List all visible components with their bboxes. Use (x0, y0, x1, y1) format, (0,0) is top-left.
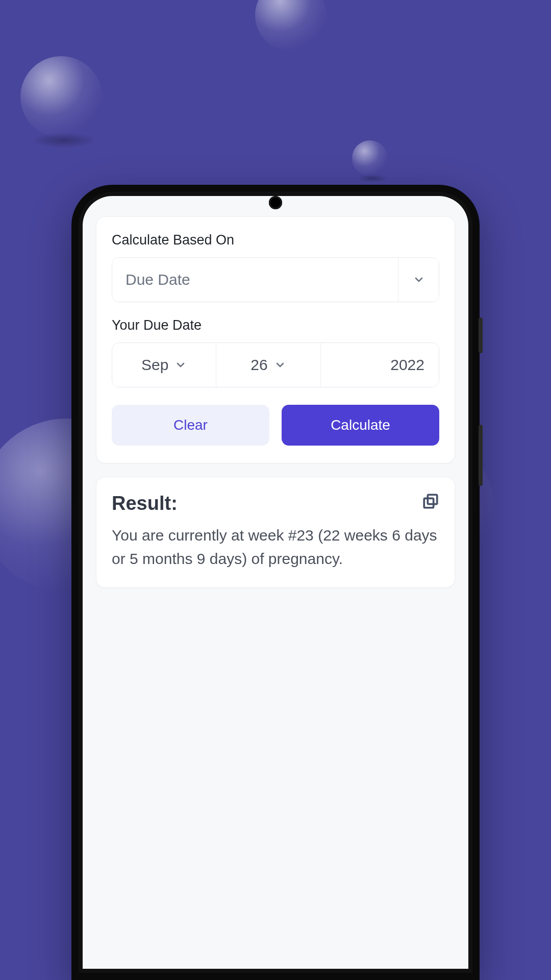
decorative-shadow (357, 175, 388, 182)
clear-button[interactable]: Clear (112, 405, 269, 446)
month-select[interactable]: Sep (112, 343, 216, 387)
result-header: Result: (112, 493, 439, 514)
year-value: 2022 (390, 356, 424, 374)
phone-side-button (479, 425, 483, 486)
basis-select[interactable]: Due Date (112, 257, 439, 302)
chevron-down-icon (274, 359, 286, 371)
calculate-button[interactable]: Calculate (282, 405, 439, 446)
svg-rect-0 (428, 495, 437, 504)
copy-icon[interactable] (422, 493, 439, 510)
app-screen: Calculate Based On Due Date Your Due Dat… (83, 196, 468, 969)
due-date-picker: Sep 26 2022 (112, 342, 439, 387)
day-select[interactable]: 26 (216, 343, 320, 387)
result-text: You are currently at week #23 (22 weeks … (112, 524, 439, 570)
decorative-sphere (352, 140, 388, 176)
button-row: Clear Calculate (112, 405, 439, 446)
phone-frame: Calculate Based On Due Date Your Due Dat… (71, 185, 480, 980)
day-value: 26 (251, 356, 267, 374)
due-date-label: Your Due Date (112, 317, 439, 333)
result-title: Result: (112, 493, 178, 514)
decorative-shadow (31, 133, 97, 148)
phone-bezel: Calculate Based On Due Date Your Due Dat… (79, 192, 472, 973)
calculator-card: Calculate Based On Due Date Your Due Dat… (96, 216, 455, 463)
svg-rect-1 (424, 498, 433, 507)
basis-select-value: Due Date (112, 258, 398, 302)
decorative-sphere (255, 0, 327, 51)
basis-label: Calculate Based On (112, 232, 439, 248)
chevron-down-icon (174, 359, 187, 371)
month-value: Sep (141, 356, 168, 374)
year-input[interactable]: 2022 (320, 343, 439, 387)
phone-side-button (479, 317, 483, 353)
phone-camera (269, 196, 282, 209)
decorative-sphere (20, 56, 102, 138)
result-card: Result: You are currently at week #23 (2… (96, 477, 455, 588)
chevron-down-icon (398, 258, 439, 302)
